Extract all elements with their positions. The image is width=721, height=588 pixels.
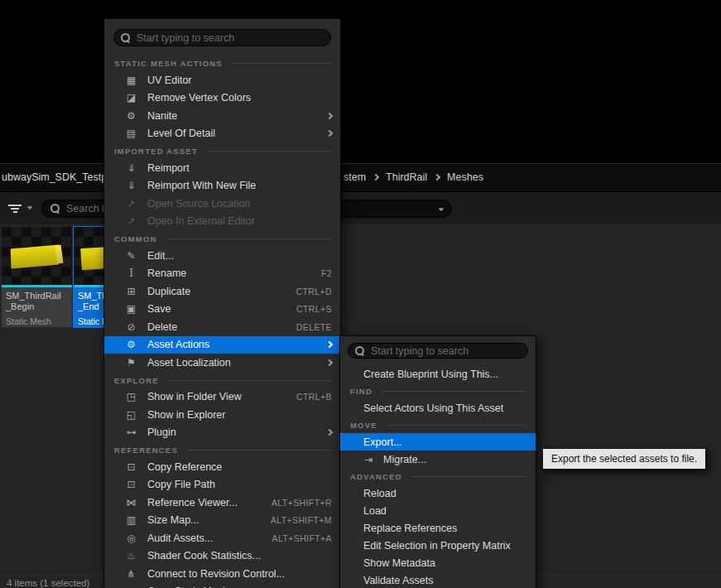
menu-item-select-actors-using-this-asset[interactable]: Select Actors Using This Asset (340, 399, 536, 417)
open-in-external-editor-icon: ↗ (124, 215, 138, 227)
reference-viewer-icon: ⋈ (124, 497, 138, 508)
menu-item-delete[interactable]: ⊘ Delete DELETE (104, 318, 340, 336)
menu-item-show-in-explorer[interactable]: ◱ Show in Explorer (104, 406, 340, 424)
asset-type-label: Static Mesh (2, 316, 72, 326)
menu-item-open-in-external-editor[interactable]: ↗ Open In External Editor (104, 213, 340, 231)
open-source-location-icon: ↗ (124, 198, 138, 210)
menu-item-edit[interactable]: ✎ Edit... (104, 247, 340, 265)
menu-item-save[interactable]: ▣ Save CTRL+S (104, 301, 340, 319)
menu-item-asset-actions[interactable]: ⚙ Asset Actions (104, 336, 340, 354)
breadcrumb-item[interactable]: ThirdRail (386, 171, 427, 183)
plugin-icon: ⊶ (124, 427, 138, 438)
submenu-arrow-icon (326, 130, 333, 137)
asset-actions-icon: ⚙ (124, 339, 138, 350)
menu-item-duplicate[interactable]: ⊞ Duplicate CTRL+D (104, 282, 340, 301)
section-divider (382, 391, 526, 392)
copy-file-path-icon: ⊡ (124, 479, 138, 490)
uv-editor-icon: ▦ (124, 75, 138, 86)
menu-item-remove-vertex-colors[interactable]: ◪ Remove Vertex Colors (104, 89, 340, 108)
breadcrumb-item[interactable]: Meshes (447, 171, 483, 183)
menu-item-connect-to-revision-control[interactable]: ⋔ Connect to Revision Control... (104, 565, 340, 583)
save-icon: ▣ (124, 303, 138, 315)
menu-item-reload[interactable]: Reload (340, 484, 536, 502)
nanite-icon: ⚙ (124, 110, 138, 122)
breadcrumb-separator-icon (434, 174, 440, 181)
level-of-detail-icon: ▤ (124, 128, 138, 139)
submenu-arrow-icon (326, 429, 333, 436)
revision-control-icon: ⋔ (124, 568, 138, 580)
submenu-arrow-icon (326, 359, 333, 366)
shortcut-label: ALT+SHIFT+R (272, 498, 332, 508)
breadcrumb: stem ThirdRail Meshes (344, 171, 483, 183)
section-divider (169, 380, 330, 381)
menu-item-show-metadata[interactable]: Show Metadata (340, 554, 536, 571)
section-header-common: COMMON (104, 230, 340, 247)
asset-context-menu: Start typing to search STATIC MESH ACTIO… (103, 18, 341, 588)
asset-localization-icon: ⚑ (124, 357, 138, 369)
menu-item-size-map[interactable]: ▥ Size Map... ALT+SHIFT+M (104, 512, 340, 530)
shortcut-label: CTRL+B (296, 392, 332, 402)
section-divider (208, 151, 330, 152)
remove-vertex-colors-icon: ◪ (124, 92, 138, 104)
menu-item-uv-editor[interactable]: ▦ UV Editor (104, 71, 340, 89)
shortcut-label: CTRL+D (296, 287, 332, 296)
saved-search-chevron-icon[interactable] (439, 206, 444, 211)
shortcut-label: ALT+SHIFT+M (271, 515, 332, 525)
menu-item-migrate[interactable]: ⇥ Migrate... (340, 451, 536, 468)
tooltip: Export the selected assets to file. (542, 448, 706, 470)
edit-icon: ✎ (124, 250, 138, 262)
menu-item-validate-assets[interactable]: Validate Assets (340, 571, 536, 588)
search-icon (121, 33, 131, 43)
rename-icon: I (124, 267, 138, 279)
menu-item-open-source-location[interactable]: ↗ Open Source Location (104, 195, 340, 213)
menu-item-reimport[interactable]: ⇓ Reimport (104, 159, 340, 177)
delete-icon: ⊘ (124, 321, 138, 333)
menu-item-copy-static-mesh[interactable]: ▭ Copy Static Mesh... (104, 583, 340, 588)
menu-item-create-blueprint-using-this[interactable]: Create Blueprint Using This... (340, 365, 536, 383)
section-header-explore: EXPLORE (104, 372, 340, 388)
section-header-references: REFERENCES (104, 441, 340, 458)
menu-item-level-of-detail[interactable]: ▤ Level Of Detail (104, 125, 340, 143)
section-header-find: FIND (340, 383, 536, 399)
section-divider (188, 450, 330, 451)
breadcrumb-item[interactable]: stem (344, 171, 366, 183)
menu-search-placeholder: Start typing to search (137, 32, 234, 44)
shortcut-label: F2 (321, 268, 332, 278)
menu-item-export[interactable]: Export... (340, 433, 536, 451)
search-icon (50, 204, 60, 214)
duplicate-icon: ⊞ (124, 286, 138, 297)
section-header-advanced: ADVANCED (340, 468, 536, 484)
menu-item-copy-reference[interactable]: ⊡ Copy Reference (104, 458, 340, 476)
submenu-arrow-icon (326, 341, 333, 348)
menu-item-reference-viewer[interactable]: ⋈ Reference Viewer... ALT+SHIFT+R (104, 494, 340, 512)
menu-item-show-in-folder-view[interactable]: ◳ Show in Folder View CTRL+B (104, 388, 340, 407)
section-header-move: MOVE (340, 417, 536, 433)
search-icon (355, 346, 365, 356)
asset-name: SM_ThirdRail _Begin (2, 287, 72, 312)
filter-button[interactable] (8, 203, 22, 218)
section-divider (387, 425, 526, 426)
menu-item-edit-selection-in-property-matrix[interactable]: Edit Selection in Property Matrix (340, 537, 536, 554)
submenu-search-input[interactable]: Start typing to search (348, 343, 528, 359)
menu-item-shader-cook-statistics[interactable]: ♨ Shader Cook Statistics... (104, 547, 340, 566)
migrate-icon: ⇥ (362, 454, 376, 465)
menu-item-audit-assets[interactable]: ◎ Audit Assets... ALT+SHIFT+A (104, 529, 340, 547)
size-map-icon: ▥ (124, 514, 138, 526)
shortcut-label: CTRL+S (296, 304, 332, 314)
reimport-with-new-file-icon: ⇓ (124, 180, 138, 191)
menu-item-rename[interactable]: I Rename F2 (104, 265, 340, 283)
content-browser-tab-label[interactable]: ubwaySim_SDK_Testp (2, 171, 107, 183)
menu-item-load[interactable]: Load (340, 502, 536, 519)
asset-tile-sm-thirdrail-begin[interactable]: SM_ThirdRail _Begin Static Mesh (2, 227, 72, 327)
menu-item-copy-file-path[interactable]: ⊡ Copy File Path (104, 476, 340, 494)
menu-item-nanite[interactable]: ⚙ Nanite (104, 107, 340, 125)
filter-dropdown-chevron-icon[interactable] (27, 205, 32, 210)
asset-thumbnail (2, 227, 72, 285)
menu-item-plugin[interactable]: ⊶ Plugin (104, 424, 340, 442)
section-divider (412, 476, 526, 477)
menu-item-asset-localization[interactable]: ⚑ Asset Localization (104, 354, 340, 372)
menu-item-replace-references[interactable]: Replace References (340, 519, 536, 537)
menu-search-input[interactable]: Start typing to search (113, 29, 331, 46)
copy-reference-icon: ⊡ (124, 461, 138, 473)
menu-item-reimport-with-new-file[interactable]: ⇓ Reimport With New File (104, 177, 340, 195)
